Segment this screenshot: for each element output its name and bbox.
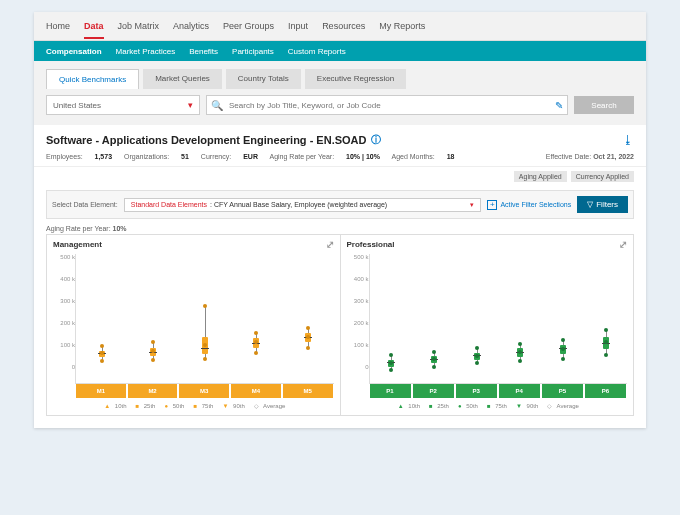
nav-data[interactable]: Data	[84, 21, 104, 39]
nav-job-matrix[interactable]: Job Matrix	[118, 21, 160, 31]
search-button[interactable]: Search	[574, 96, 634, 114]
tabs: Quick Benchmarks Market Queries Country …	[34, 61, 646, 89]
subnav-custom-reports[interactable]: Custom Reports	[288, 47, 346, 56]
professional-xaxis: P1P2P3P4P5P6	[369, 384, 628, 398]
nav-peer-groups[interactable]: Peer Groups	[223, 21, 274, 31]
chart-title: Management	[53, 240, 102, 249]
subnav-benefits[interactable]: Benefits	[189, 47, 218, 56]
tab-quick-benchmarks[interactable]: Quick Benchmarks	[46, 69, 139, 89]
title-row: Software - Applications Development Engi…	[34, 125, 646, 151]
management-legend: ▲ 10th■ 25th● 50th■ 75th▼ 90th◇ Average	[53, 402, 334, 409]
caret-down-icon: ▾	[188, 100, 193, 110]
active-filter-link[interactable]: + Active Filter Selections	[487, 200, 571, 210]
caret-down-icon: ▾	[470, 201, 474, 209]
professional-plot	[369, 254, 628, 384]
management-xaxis: M1M2M3M4M5	[75, 384, 334, 398]
management-chart: Management ⤢ 500 k 400 k 300 k 200 k 100…	[47, 235, 341, 415]
expand-icon[interactable]: ⤢	[326, 239, 334, 250]
tab-executive-regression[interactable]: Executive Regression	[305, 69, 406, 89]
search-box[interactable]: 🔍 ✎	[206, 95, 568, 115]
nav-resources[interactable]: Resources	[322, 21, 365, 31]
filter-icon: ▽	[587, 200, 593, 209]
sub-nav: Compensation Market Practices Benefits P…	[34, 41, 646, 61]
nav-home[interactable]: Home	[46, 21, 70, 31]
professional-legend: ▲ 10th■ 25th● 50th■ 75th▼ 90th◇ Average	[347, 402, 628, 409]
download-icon[interactable]: ⭳	[622, 133, 634, 147]
search-icon: 🔍	[211, 100, 223, 111]
search-row: United States ▾ 🔍 ✎ Search	[34, 89, 646, 125]
search-input[interactable]	[227, 100, 551, 111]
currency-applied-badge: Currency Applied	[571, 171, 634, 182]
nav-input[interactable]: Input	[288, 21, 308, 31]
country-dropdown[interactable]: United States ▾	[46, 95, 200, 115]
tab-country-totals[interactable]: Country Totals	[226, 69, 301, 89]
data-element-select[interactable]: Standard Data Elements : CFY Annual Base…	[124, 198, 482, 212]
nav-my-reports[interactable]: My Reports	[379, 21, 425, 31]
edit-icon[interactable]: ✎	[555, 100, 563, 111]
professional-chart: Professional ⤢ 500 k 400 k 300 k 200 k 1…	[341, 235, 634, 415]
info-icon[interactable]: ⓘ	[371, 133, 381, 147]
top-nav: Home Data Job Matrix Analytics Peer Grou…	[34, 12, 646, 41]
control-row: Select Data Element: Standard Data Eleme…	[46, 190, 634, 219]
plus-icon: +	[487, 200, 497, 210]
aging-rate-label: Aging Rate per Year: 10%	[46, 225, 634, 232]
filters-button[interactable]: ▽ Filters	[577, 196, 628, 213]
meta-row: Employees: 1,573 Organizations: 51 Curre…	[34, 151, 646, 167]
aging-applied-badge: Aging Applied	[514, 171, 567, 182]
charts-container: Management ⤢ 500 k 400 k 300 k 200 k 100…	[46, 234, 634, 416]
subnav-market-practices[interactable]: Market Practices	[116, 47, 176, 56]
page-title: Software - Applications Development Engi…	[46, 133, 381, 147]
subnav-compensation[interactable]: Compensation	[46, 47, 102, 56]
chart-title: Professional	[347, 240, 395, 249]
status-badges: Aging Applied Currency Applied	[34, 167, 646, 186]
country-value: United States	[53, 101, 101, 110]
expand-icon[interactable]: ⤢	[619, 239, 627, 250]
select-element-label: Select Data Element:	[52, 201, 118, 208]
nav-analytics[interactable]: Analytics	[173, 21, 209, 31]
tab-market-queries[interactable]: Market Queries	[143, 69, 222, 89]
subnav-participants[interactable]: Participants	[232, 47, 274, 56]
management-plot	[75, 254, 334, 384]
